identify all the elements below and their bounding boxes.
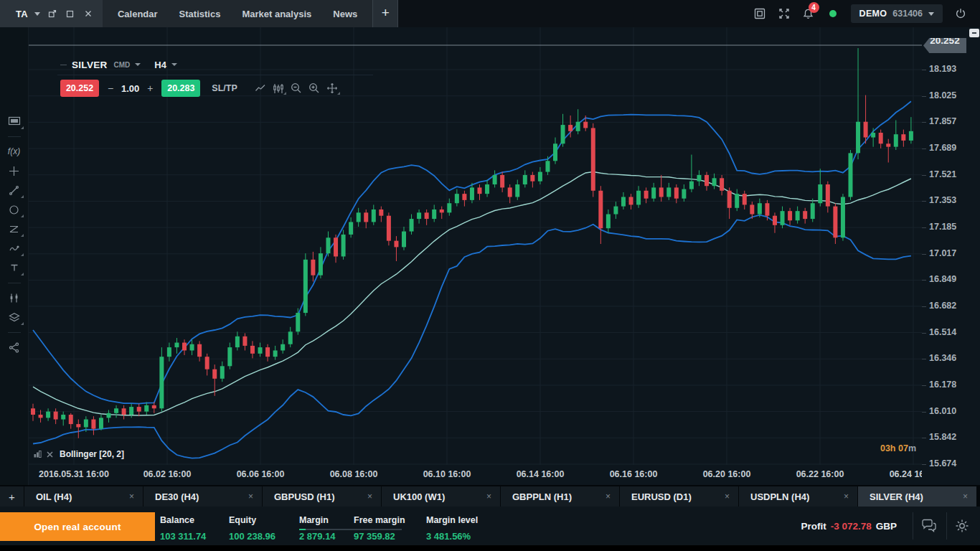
- instrument-tab-label: UK100 (W1): [393, 491, 486, 502]
- drawing-toolbar: f(x): [0, 27, 29, 485]
- tab-calendar[interactable]: Calendar: [107, 0, 169, 27]
- fullscreen-icon[interactable]: [772, 0, 796, 27]
- chevron-down-icon[interactable]: [171, 63, 177, 66]
- instrument-tab-gbppln[interactable]: GBPPLN (H1)×: [501, 486, 619, 507]
- close-tab-icon[interactable]: ×: [725, 491, 730, 501]
- chevron-down-icon[interactable]: [135, 63, 141, 66]
- metric-label: Margin: [299, 515, 354, 526]
- trendline-tool-icon[interactable]: [4, 181, 24, 199]
- zoom-in-icon[interactable]: [306, 80, 324, 97]
- close-tab-icon[interactable]: ×: [963, 491, 968, 501]
- close-tab-icon[interactable]: ×: [606, 491, 611, 501]
- indicators-fx-icon[interactable]: f(x): [4, 142, 24, 161]
- chart-type-sliders-icon[interactable]: [4, 288, 24, 307]
- zoom-out-icon[interactable]: [288, 80, 306, 97]
- volume-stepper: − 1.00 +: [106, 83, 154, 94]
- account-type-label: DEMO: [859, 9, 887, 19]
- notifications-bell-icon[interactable]: 4: [796, 0, 821, 27]
- price-axis-label: 16.849: [929, 274, 956, 284]
- popout-window-icon[interactable]: [47, 8, 58, 19]
- pan-move-icon[interactable]: [324, 80, 341, 97]
- title-bar: TA Calendar Statistics Market analysis N…: [0, 0, 980, 27]
- time-axis-label: 06.10 16:00: [400, 469, 494, 479]
- account-status-bar: Open real account Balance103 311.74Equit…: [0, 507, 980, 545]
- price-axis-label: 16.346: [929, 353, 956, 363]
- candlestick-chart-icon[interactable]: [270, 80, 288, 97]
- metric-label: Equity: [229, 515, 299, 526]
- profit-value: -3 072.78: [831, 521, 872, 532]
- indicator-label[interactable]: Bollinger [20, 2]: [60, 449, 124, 459]
- chart-market-type: CMD: [114, 61, 131, 69]
- close-window-icon[interactable]: [83, 8, 94, 19]
- volume-decrease-button[interactable]: −: [106, 83, 115, 94]
- tab-news[interactable]: News: [322, 0, 368, 27]
- elliott-wave-tool-icon[interactable]: [4, 239, 24, 258]
- indicator-settings-icon[interactable]: [33, 450, 42, 458]
- close-tab-icon[interactable]: ×: [248, 491, 253, 501]
- buy-button[interactable]: 20.283: [161, 80, 200, 97]
- chevron-down-icon: [34, 12, 40, 16]
- account-selector[interactable]: DEMO 631406: [851, 4, 943, 23]
- layers-icon[interactable]: [4, 308, 24, 326]
- chat-icon[interactable]: [914, 507, 944, 545]
- restore-layout-icon[interactable]: [748, 0, 772, 27]
- metric-value: 97 359.82: [354, 531, 426, 542]
- minimize-chart-icon[interactable]: [969, 29, 979, 37]
- chart-symbol[interactable]: SILVER: [72, 60, 108, 70]
- instrument-tab-uk100[interactable]: UK100 (W1)×: [382, 486, 500, 507]
- current-price-tag: 20.252: [923, 38, 966, 53]
- workspace-menu[interactable]: TA: [0, 0, 103, 27]
- tab-market-analysis[interactable]: Market analysis: [231, 0, 322, 27]
- text-tool-icon[interactable]: [4, 258, 24, 277]
- fibonacci-tool-icon[interactable]: [4, 220, 24, 238]
- timeframe-selector[interactable]: H4: [154, 60, 166, 70]
- indicator-remove-icon[interactable]: [45, 450, 54, 458]
- maximize-window-icon[interactable]: [65, 8, 76, 19]
- collapse-handle-icon[interactable]: [60, 65, 67, 65]
- workspace-layout-icon[interactable]: [4, 112, 24, 131]
- price-axis[interactable]: 20.252 18.19318.02517.85717.68917.52117.…: [922, 27, 980, 485]
- share-icon[interactable]: [4, 338, 24, 357]
- instrument-tabs: OIL (H4)×DE30 (H4)×GBPUSD (H1)×UK100 (W1…: [24, 486, 977, 507]
- instrument-tab-bar: + OIL (H4)×DE30 (H4)×GBPUSD (H1)×UK100 (…: [0, 485, 980, 507]
- close-tab-icon[interactable]: ×: [844, 491, 849, 501]
- close-tab-icon[interactable]: ×: [129, 491, 134, 501]
- tab-statistics[interactable]: Statistics: [169, 0, 232, 27]
- volume-increase-button[interactable]: +: [146, 83, 154, 94]
- instrument-tab-eurusd[interactable]: EURUSD (D1)×: [620, 486, 738, 507]
- instrument-tab-silver[interactable]: SILVER (H4)×: [858, 486, 976, 507]
- close-tab-icon[interactable]: ×: [367, 491, 372, 501]
- line-chart-icon[interactable]: [252, 80, 270, 97]
- instrument-tab-label: OIL (H4): [36, 491, 129, 502]
- add-tab-button[interactable]: +: [372, 0, 398, 27]
- open-real-account-button[interactable]: Open real account: [0, 512, 155, 541]
- instrument-tab-de30[interactable]: DE30 (H4)×: [143, 486, 262, 507]
- volume-value[interactable]: 1.00: [121, 83, 139, 94]
- instrument-header: SILVER CMD H4: [60, 59, 341, 70]
- price-axis-label: 16.178: [929, 380, 956, 390]
- time-axis-label: 2016.05.31 16:00: [27, 469, 121, 479]
- close-tab-icon[interactable]: ×: [486, 491, 491, 501]
- sltp-button[interactable]: SL/TP: [212, 83, 237, 93]
- power-logout-icon[interactable]: [948, 0, 973, 27]
- instrument-tab-usdpln[interactable]: USDPLN (H4)×: [739, 486, 857, 507]
- time-axis-label: 06.02 16:00: [121, 469, 214, 479]
- instrument-tab-gbpusd[interactable]: GBPUSD (H1)×: [263, 486, 381, 507]
- metric-margin: Margin2 879.14: [299, 515, 354, 542]
- instrument-tab-oil[interactable]: OIL (H4)×: [24, 486, 143, 507]
- account-number: 631406: [892, 9, 923, 19]
- instrument-tab-label: GBPPLN (H1): [512, 491, 606, 502]
- time-axis-label: 06.14 16:00: [494, 469, 587, 479]
- crosshair-add-icon[interactable]: [4, 161, 24, 180]
- time-axis-label: 06.22 16:00: [773, 469, 867, 479]
- workspace-menu-label[interactable]: TA: [16, 9, 28, 19]
- price-axis-label: 15.674: [929, 458, 956, 468]
- metric-label: Margin level: [426, 515, 505, 526]
- price-axis-label: 17.521: [929, 169, 956, 179]
- add-instrument-button[interactable]: +: [0, 486, 24, 507]
- chart-panel[interactable]: SILVER CMD H4 20.252 − 1.00 + 20.283 SL/…: [29, 27, 922, 485]
- ellipse-tool-icon[interactable]: [4, 200, 24, 219]
- settings-gear-icon[interactable]: [947, 507, 977, 545]
- sell-button[interactable]: 20.252: [60, 80, 99, 97]
- candle-countdown: 03h 07m: [880, 443, 916, 453]
